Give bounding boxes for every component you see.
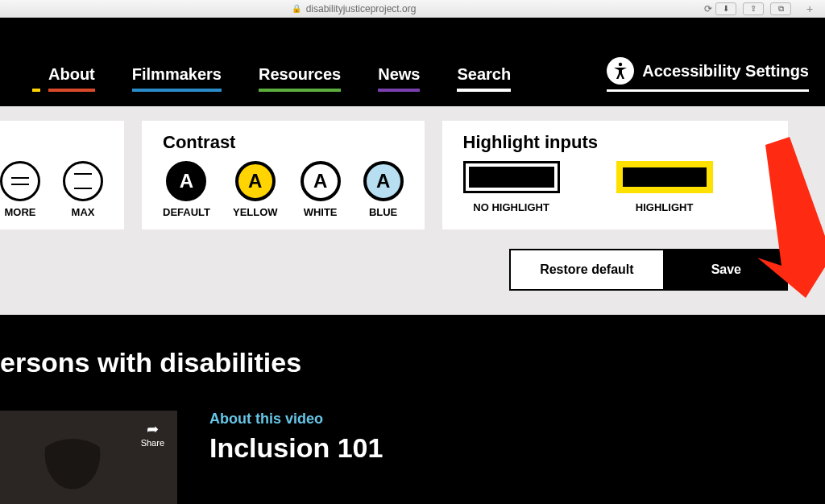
share-arrow-icon: ➦ bbox=[141, 420, 164, 438]
nav-item-filmmakers[interactable]: Filmmakers bbox=[132, 65, 222, 92]
main-nav: About Filmmakers Resources News Search A… bbox=[0, 18, 825, 106]
card-title bbox=[0, 132, 103, 153]
nav-item-resources[interactable]: Resources bbox=[259, 65, 341, 92]
spacing-option-max[interactable]: MAX bbox=[63, 161, 103, 218]
svg-point-0 bbox=[619, 63, 622, 66]
address-bar[interactable]: 🔒 disabilityjusticeproject.org bbox=[6, 3, 701, 14]
video-section: ➦ Share About this video Inclusion 101 bbox=[0, 411, 825, 504]
lock-icon: 🔒 bbox=[292, 4, 301, 13]
card-title: Contrast bbox=[163, 132, 404, 153]
page-content: ersons with disabilities ➦ Share About t… bbox=[0, 315, 825, 504]
nav-label: About bbox=[48, 65, 95, 84]
option-label: WHITE bbox=[304, 206, 338, 218]
spacing-icon bbox=[0, 161, 40, 201]
card-title: Highlight inputs bbox=[463, 132, 767, 153]
action-buttons: Restore default Save bbox=[0, 229, 825, 315]
nav-underline bbox=[132, 89, 222, 92]
nav-label: News bbox=[378, 65, 420, 84]
contrast-swatch: A bbox=[235, 161, 276, 201]
contrast-option-default[interactable]: A DEFAULT bbox=[163, 161, 210, 218]
contrast-option-yellow[interactable]: A YELLOW bbox=[233, 161, 278, 218]
spacing-card: MORE MAX bbox=[0, 121, 124, 229]
option-label: BLUE bbox=[369, 206, 397, 218]
contrast-option-blue[interactable]: A BLUE bbox=[363, 161, 404, 218]
new-tab-icon[interactable]: + bbox=[801, 2, 819, 15]
nav-underline bbox=[607, 89, 809, 92]
spacing-icon bbox=[63, 161, 103, 201]
highlight-option-on[interactable]: HIGHLIGHT bbox=[616, 161, 713, 213]
video-thumbnail[interactable]: ➦ Share bbox=[0, 411, 177, 504]
contrast-option-white[interactable]: A WHITE bbox=[301, 161, 341, 218]
nav-underline bbox=[457, 89, 511, 92]
highlight-icon bbox=[616, 161, 713, 193]
video-title: Inclusion 101 bbox=[209, 432, 383, 464]
spacing-option-more[interactable]: MORE bbox=[0, 161, 40, 218]
nav-preload-underline bbox=[32, 89, 40, 92]
video-image bbox=[24, 439, 121, 504]
reload-icon[interactable]: ⟳ bbox=[701, 3, 715, 14]
share-label: Share bbox=[141, 438, 164, 448]
nav-item-news[interactable]: News bbox=[378, 65, 420, 92]
restore-default-button[interactable]: Restore default bbox=[509, 249, 664, 291]
share-icon[interactable]: ⇪ bbox=[743, 2, 764, 15]
option-label: HIGHLIGHT bbox=[636, 201, 694, 213]
highlight-card: Highlight inputs NO HIGHLIGHT HIGHLIGHT bbox=[442, 121, 788, 229]
option-label: DEFAULT bbox=[163, 206, 210, 218]
option-label: MAX bbox=[72, 206, 95, 218]
chrome-toolbar: ⬇ ⇪ ⧉ + bbox=[715, 2, 819, 15]
contrast-card: Contrast A DEFAULT A YELLOW A WHITE A BL… bbox=[142, 121, 425, 229]
tabs-icon[interactable]: ⧉ bbox=[770, 2, 791, 15]
nav-underline bbox=[259, 89, 341, 92]
nav-label: Search bbox=[457, 65, 511, 84]
nav-underline bbox=[48, 89, 95, 92]
video-meta: About this video Inclusion 101 bbox=[209, 411, 383, 504]
nav-label: Accessibility Settings bbox=[642, 62, 809, 81]
highlight-option-none[interactable]: NO HIGHLIGHT bbox=[463, 161, 560, 213]
nav-label: Filmmakers bbox=[132, 65, 222, 84]
save-button[interactable]: Save bbox=[665, 249, 788, 291]
option-label: MORE bbox=[5, 206, 36, 218]
contrast-swatch: A bbox=[363, 161, 404, 201]
section-heading: ersons with disabilities bbox=[0, 347, 825, 378]
no-highlight-icon bbox=[463, 161, 560, 193]
nav-item-search[interactable]: Search bbox=[457, 65, 511, 92]
download-icon[interactable]: ⬇ bbox=[715, 2, 736, 15]
contrast-swatch: A bbox=[301, 161, 341, 201]
accessibility-panel: MORE MAX Contrast A DEFAULT A YELLOW A W… bbox=[0, 106, 825, 229]
nav-label: Resources bbox=[259, 65, 341, 84]
option-label: NO HIGHLIGHT bbox=[473, 201, 549, 213]
option-label: YELLOW bbox=[233, 206, 278, 218]
nav-underline bbox=[378, 89, 420, 92]
contrast-swatch: A bbox=[166, 161, 206, 201]
share-button[interactable]: ➦ Share bbox=[141, 420, 164, 448]
nav-item-about[interactable]: About bbox=[48, 65, 95, 92]
url-text: disabilityjusticeproject.org bbox=[306, 3, 417, 14]
nav-item-accessibility[interactable]: Accessibility Settings bbox=[607, 57, 809, 92]
video-about-label: About this video bbox=[209, 411, 383, 428]
browser-chrome: 🔒 disabilityjusticeproject.org ⟳ ⬇ ⇪ ⧉ + bbox=[0, 0, 825, 18]
accessibility-icon bbox=[607, 57, 634, 85]
